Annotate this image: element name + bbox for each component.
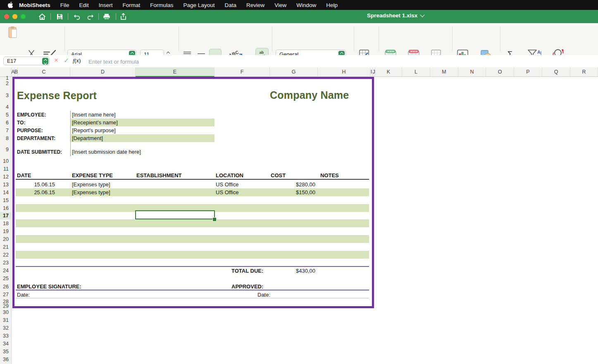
mobisheets-window: { "menu_bar": { "items": ["MobiSheets","… [0,0,598,364]
active-cell-E17[interactable] [135,210,215,219]
sheet-canvas[interactable]: Expense Report Company Name EMPLOYEE:[In… [0,0,598,364]
used-range-border [12,77,374,308]
fill-handle[interactable] [212,217,217,221]
